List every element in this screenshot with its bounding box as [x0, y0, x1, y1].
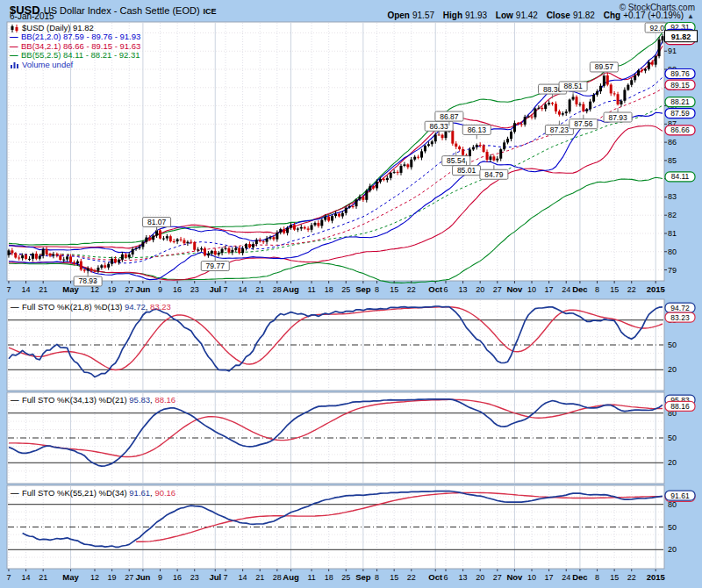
sto2-k-value: 95.83: [129, 395, 150, 405]
svg-text:10: 10: [527, 573, 536, 582]
high-label: High: [443, 11, 462, 20]
svg-text:24: 24: [562, 285, 570, 294]
svg-text:22: 22: [407, 285, 416, 294]
svg-text:18: 18: [325, 573, 333, 582]
svg-text:85.01: 85.01: [457, 166, 476, 175]
svg-text:86.87: 86.87: [440, 112, 459, 121]
svg-text:21: 21: [255, 573, 264, 582]
close-label: Close: [547, 11, 570, 20]
sto1-label: Full STO %K(21,8) %D(13): [22, 302, 122, 312]
svg-text:89.15: 89.15: [670, 81, 690, 90]
svg-text:14: 14: [239, 573, 247, 582]
svg-text:2015: 2015: [647, 572, 666, 582]
svg-text:81.07: 81.07: [147, 218, 167, 226]
sto-panel-3-header: —Full STO %K(55,21) %D(34) 91.61, 90.16: [11, 488, 176, 498]
svg-text:85: 85: [668, 156, 677, 165]
svg-text:8: 8: [595, 573, 599, 582]
svg-text:9: 9: [158, 573, 162, 582]
svg-text:94.72: 94.72: [670, 304, 690, 312]
low-label: Low: [496, 11, 513, 20]
svg-text:14: 14: [22, 573, 31, 582]
svg-text:6: 6: [443, 285, 448, 294]
svg-text:Oct: Oct: [428, 572, 443, 582]
high-value: 91.93: [465, 11, 487, 20]
svg-text:80: 80: [668, 247, 677, 256]
svg-text:16: 16: [173, 573, 182, 582]
sto3-swatch: —: [11, 488, 21, 498]
svg-text:17: 17: [545, 285, 554, 294]
sto2-d-value: 88.16: [154, 395, 176, 405]
svg-text:91.82: 91.82: [671, 32, 691, 41]
svg-text:20: 20: [476, 285, 484, 294]
svg-text:17: 17: [545, 573, 554, 582]
svg-text:83.23: 83.23: [670, 313, 690, 322]
svg-text:Dec: Dec: [572, 284, 587, 294]
svg-text:82: 82: [668, 211, 677, 219]
svg-text:84.11: 84.11: [671, 172, 690, 181]
sto2-swatch: —: [11, 395, 21, 405]
svg-text:May: May: [62, 572, 79, 582]
chart-canvas: 78.9381.0779.7786.3386.8785.5485.0186.13…: [0, 0, 702, 588]
svg-text:15: 15: [610, 285, 619, 294]
svg-text:86.66: 86.66: [670, 125, 690, 134]
svg-text:15: 15: [390, 285, 398, 294]
svg-text:22: 22: [627, 573, 636, 582]
svg-text:20: 20: [668, 545, 677, 554]
svg-text:86.13: 86.13: [468, 125, 487, 134]
exchange-label: ICE: [204, 7, 217, 16]
svg-text:Jun: Jun: [135, 284, 150, 294]
svg-text:13: 13: [459, 573, 468, 582]
chart-page: { "ui": {"dash": "—", "sep": ", "}, "hea…: [0, 0, 702, 588]
svg-text:91.61: 91.61: [670, 491, 690, 500]
svg-text:87.56: 87.56: [574, 119, 593, 128]
svg-text:8: 8: [595, 285, 599, 294]
sto-panel-1: 80502094.7283.23: [7, 299, 695, 391]
legend-row-volume: Volume undef: [10, 61, 140, 69]
date-axis-2: 71421May121927Jun91623Jul7142128Aug11182…: [6, 569, 665, 582]
svg-text:11: 11: [307, 573, 315, 582]
svg-text:81: 81: [668, 229, 677, 238]
sto3-label: Full STO %K(55,21) %D(34): [22, 488, 127, 498]
svg-text:14: 14: [22, 285, 31, 294]
candlestick-icon: [10, 25, 20, 32]
svg-text:18: 18: [325, 285, 333, 294]
svg-text:89.76: 89.76: [670, 69, 690, 78]
sto-panel-2-header: —Full STO %K(34,13) %D(21) 95.83, 88.16: [11, 395, 176, 405]
legend-volume-label: Volume undef: [22, 61, 73, 69]
sto1-d-value: 83.23: [150, 302, 171, 312]
svg-text:12: 12: [90, 573, 99, 582]
svg-text:21: 21: [255, 285, 264, 294]
svg-text:7: 7: [6, 285, 11, 294]
svg-text:10: 10: [527, 285, 536, 294]
svg-text:15: 15: [390, 573, 398, 582]
svg-text:6: 6: [443, 573, 448, 582]
svg-text:87.59: 87.59: [670, 109, 690, 118]
svg-text:7: 7: [224, 573, 228, 582]
svg-text:20: 20: [668, 365, 677, 374]
svg-text:14: 14: [239, 285, 247, 294]
svg-text:8: 8: [375, 285, 379, 294]
svg-text:79: 79: [668, 266, 677, 275]
svg-text:20: 20: [476, 573, 484, 582]
main-legend: $USD (Daily) 91.82 — BB(21,2.0) 87.59 - …: [10, 24, 140, 69]
up-arrow-icon: ▲: [687, 12, 694, 20]
svg-text:23: 23: [190, 285, 199, 294]
chart-title: US Dollar Index - Cash Settle (EOD): [44, 5, 200, 16]
svg-text:28: 28: [273, 573, 282, 582]
svg-text:27: 27: [493, 573, 502, 582]
quote-row: Open91.57 High91.93 Low91.42 Close91.82 …: [381, 11, 694, 20]
svg-text:22: 22: [627, 285, 636, 294]
svg-text:13: 13: [459, 285, 468, 294]
svg-text:20: 20: [668, 458, 677, 467]
sto1-swatch: —: [11, 302, 21, 312]
sto-panel-3: 80502090.1691.61: [7, 485, 695, 569]
svg-text:16: 16: [173, 285, 182, 294]
svg-text:27: 27: [125, 285, 133, 294]
chg-label: Chg: [604, 11, 620, 20]
svg-text:85.54: 85.54: [447, 156, 466, 165]
svg-text:25: 25: [341, 285, 350, 294]
sto-panel-2: 80502095.8388.16: [7, 392, 695, 484]
svg-text:19: 19: [108, 573, 117, 582]
svg-text:23: 23: [190, 573, 199, 582]
sto3-k-value: 91.61: [129, 488, 150, 498]
